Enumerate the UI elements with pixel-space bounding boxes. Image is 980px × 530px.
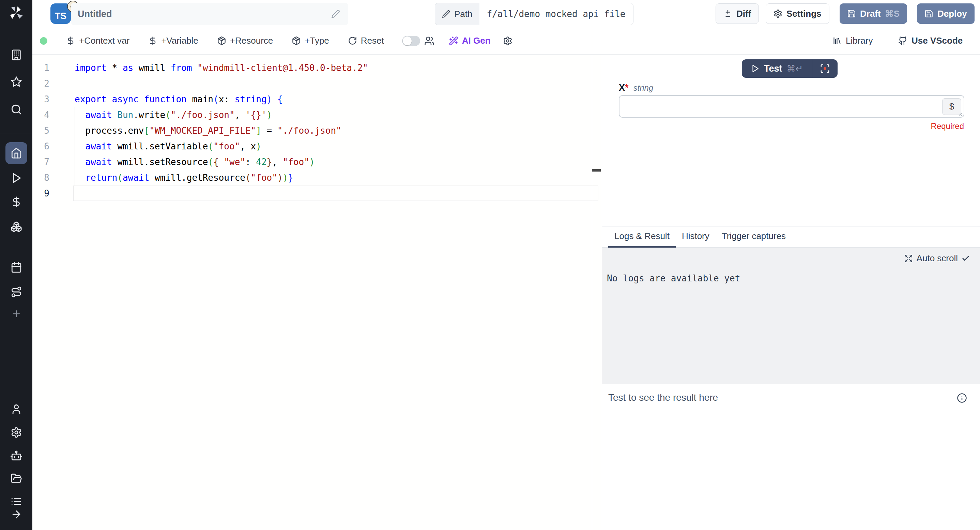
line-number: 6 [32, 141, 49, 152]
typescript-badge-label: TS [55, 11, 67, 21]
sidebar-item-home[interactable] [5, 142, 27, 164]
library-label: Library [846, 35, 873, 46]
expand-icon[interactable] [904, 254, 913, 263]
path-edit-button[interactable]: Path [435, 3, 479, 25]
collaboration-toggle[interactable] [402, 36, 420, 46]
code-line: 7 await wmill.setResource({ "we": 42}, "… [32, 154, 602, 170]
pencil-icon [442, 10, 450, 18]
settings-button[interactable]: Settings [766, 3, 829, 24]
code-line: 5 process.env["WM_MOCKED_API_FILE"] = ".… [32, 123, 602, 139]
settings-button-label: Settings [786, 8, 822, 19]
code-line: 6 await wmill.setVariable("foo", x) [32, 139, 602, 154]
capture-button[interactable] [812, 59, 838, 78]
code-line-text: process.env["WM_MOCKED_API_FILE"] = "./f… [75, 126, 341, 136]
pencil-icon[interactable] [331, 10, 340, 18]
route-icon [11, 286, 22, 298]
sidebar-item-user[interactable] [5, 398, 27, 420]
resize-handle-icon[interactable] [958, 111, 963, 116]
code-line: 1import * as wmill from "windmill-client… [32, 60, 602, 76]
gear-icon[interactable] [503, 36, 512, 46]
code-line: 9 [32, 185, 602, 201]
tab-logs-result[interactable]: Logs & Result [608, 227, 676, 247]
diff-button-label: Diff [737, 8, 751, 19]
search-icon [11, 104, 22, 115]
toolbar-variable-button[interactable]: +Variable [148, 35, 198, 46]
sidebar-item-play[interactable] [5, 167, 27, 189]
line-number: 9 [32, 188, 49, 198]
ai-gen-button[interactable]: AI Gen [449, 35, 491, 46]
info-icon[interactable] [957, 393, 967, 403]
windmill-logo[interactable] [8, 5, 24, 21]
play-icon [11, 172, 22, 184]
line-number: 7 [32, 157, 49, 167]
deploy-button[interactable]: Deploy [917, 3, 975, 24]
building-icon [11, 49, 22, 61]
play-icon [751, 64, 759, 73]
diff-icon [724, 9, 732, 18]
top-bar: TS Path f/all/demo_mocked_api_file Diff … [32, 0, 980, 27]
logs-panel: Auto scroll No logs are available yet [602, 247, 980, 384]
library-button[interactable]: Library [832, 35, 873, 46]
save-icon [924, 9, 933, 18]
code-editor[interactable]: 1import * as wmill from "windmill-client… [32, 54, 602, 530]
diff-button[interactable]: Diff [716, 3, 759, 24]
sidebar-item-route[interactable] [5, 281, 27, 303]
sidebar-item-building[interactable] [5, 44, 27, 66]
code-line: 3export async function main(x: string) { [32, 91, 602, 107]
arguments-form: Test ⌘↵ X * string $ Required [602, 54, 980, 226]
required-asterisk: * [625, 83, 629, 93]
sidebar-item-plus[interactable] [5, 303, 27, 325]
calendar-icon [11, 262, 22, 273]
star-icon [11, 76, 22, 88]
use-vscode-label: Use VScode [912, 35, 963, 46]
argument-name: X [619, 83, 625, 93]
test-button-group: Test ⌘↵ [742, 59, 838, 78]
toolbar-type-button[interactable]: +Type [292, 35, 329, 46]
tab-trigger-captures[interactable]: Trigger captures [716, 227, 792, 247]
status-dot [40, 37, 48, 45]
sidebar-item-search[interactable] [5, 99, 27, 120]
sidebar-item-folder-open[interactable] [5, 468, 27, 489]
tab-history[interactable]: History [676, 227, 716, 247]
cubes-icon [11, 221, 22, 233]
code-line-text: await wmill.setVariable("foo", x) [75, 141, 261, 152]
sidebar-item-cubes[interactable] [5, 216, 27, 238]
auto-scroll-row: Auto scroll [602, 247, 980, 263]
draft-button[interactable]: Draft ⌘S [840, 3, 907, 24]
editor-toolbar: +Context var+Variable+Resource+TypeReset… [32, 27, 980, 54]
code-line: 2 [32, 76, 602, 91]
line-number: 1 [32, 63, 49, 73]
sidebar-item-dollar[interactable] [5, 191, 27, 213]
robot-icon [11, 450, 22, 462]
argument-input[interactable] [619, 96, 964, 117]
test-shortcut: ⌘↵ [787, 64, 803, 74]
code-line: 4 await Bun.write("./foo.json", '{}') [32, 107, 602, 123]
users-icon[interactable] [424, 36, 434, 46]
sidebar-item-arrow-right[interactable] [5, 503, 27, 525]
wand-icon [449, 36, 458, 46]
toolbar-item-label: +Context var [79, 35, 129, 46]
toolbar-contextvar-button[interactable]: +Context var [66, 35, 129, 46]
sidebar-item-robot[interactable] [5, 445, 27, 467]
use-vscode-button[interactable]: Use VScode [898, 35, 963, 46]
sidebar-item-star[interactable] [5, 71, 27, 93]
test-button[interactable]: Test ⌘↵ [742, 59, 812, 78]
line-number: 3 [32, 94, 49, 104]
sidebar-divider [0, 133, 32, 133]
test-button-label: Test [764, 64, 783, 74]
sidebar-item-gear[interactable] [5, 421, 27, 443]
code-line-text: return(await wmill.getResource("foo"))} [75, 172, 293, 183]
logs-empty-message: No logs are available yet [607, 273, 980, 283]
run-panel: Test ⌘↵ X * string $ Required Logs & Res… [602, 54, 980, 530]
gear-icon [11, 427, 22, 438]
check-icon[interactable] [962, 254, 970, 263]
toolbar-item-label: +Type [305, 35, 329, 46]
ai-gen-label: AI Gen [462, 35, 491, 46]
draft-shortcut: ⌘S [885, 8, 900, 19]
toolbar-reset-button[interactable]: Reset [348, 35, 384, 46]
toolbar-resource-button[interactable]: +Resource [217, 35, 273, 46]
auto-scroll-label: Auto scroll [916, 253, 958, 263]
sidebar-item-calendar[interactable] [5, 257, 27, 278]
home-icon [11, 147, 22, 159]
script-title-input[interactable] [71, 3, 348, 25]
